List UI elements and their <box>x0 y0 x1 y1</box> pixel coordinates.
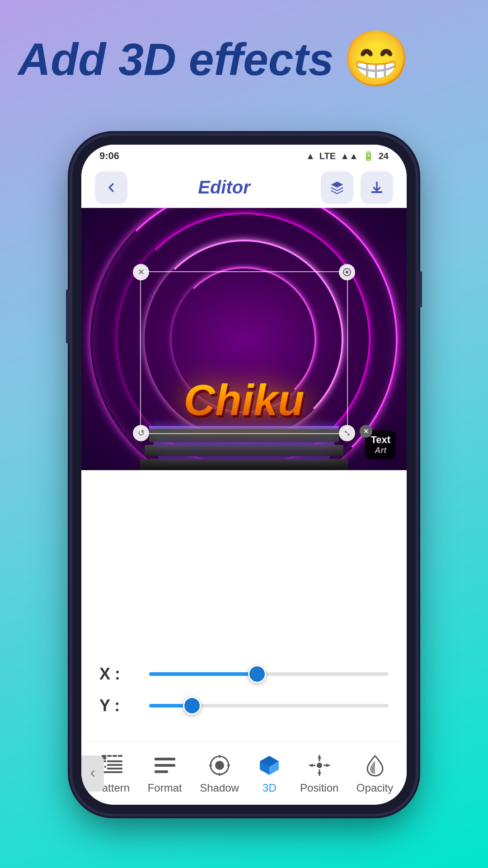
status-indicators: ▲ LTE ▲▲ 🔋 24 <box>306 151 389 161</box>
format-label: Format <box>148 782 182 794</box>
svg-rect-0 <box>371 191 382 193</box>
y-slider-label: Y : <box>99 696 136 715</box>
3d-label: 3D <box>263 782 277 794</box>
svg-rect-14 <box>155 758 175 760</box>
svg-rect-15 <box>155 764 175 767</box>
sel-corner-tr[interactable] <box>339 264 355 280</box>
y-slider-track[interactable] <box>149 704 389 708</box>
hero-emoji: 😁 <box>343 27 410 91</box>
x-slider-fill <box>149 672 257 676</box>
phone-btn-left <box>66 289 70 344</box>
toolbar-item-format[interactable]: Format <box>141 753 188 794</box>
svg-marker-33 <box>318 772 321 776</box>
svg-rect-12 <box>107 768 122 769</box>
battery-icon: 🔋 <box>363 151 374 161</box>
format-icon <box>152 753 178 778</box>
wifi-icon: ▲▲ <box>340 151 358 161</box>
neon-scene[interactable]: Chiku ✕ ↺ ⤡ ✕ Text Art <box>81 208 407 470</box>
toolbar-item-3d[interactable]: 3D <box>250 753 288 794</box>
opacity-icon <box>362 753 388 778</box>
svg-rect-4 <box>107 755 112 757</box>
app-header: Editor <box>81 167 407 208</box>
svg-marker-35 <box>326 764 330 767</box>
collapse-arrow-button[interactable] <box>81 755 104 792</box>
svg-marker-34 <box>309 764 313 767</box>
shadow-icon <box>207 753 232 778</box>
3d-icon <box>257 753 282 778</box>
toolbar-item-opacity[interactable]: Opacity <box>350 753 399 794</box>
signal-icon: ▲ <box>306 151 315 161</box>
y-slider-row: Y : <box>99 696 389 715</box>
sel-corner-br[interactable]: ⤡ <box>339 425 355 441</box>
phone-btn-right <box>418 271 422 307</box>
svg-rect-9 <box>104 766 106 768</box>
x-slider-track[interactable] <box>149 672 389 676</box>
sel-corner-tl[interactable]: ✕ <box>133 264 149 280</box>
editor-title: Editor <box>198 177 250 198</box>
back-button[interactable] <box>95 171 127 204</box>
download-button[interactable] <box>361 171 393 204</box>
battery-level: 24 <box>379 151 389 161</box>
sel-corner-bl[interactable]: ↺ <box>133 425 149 441</box>
position-label: Position <box>300 782 338 794</box>
y-slider-thumb[interactable] <box>183 697 201 715</box>
svg-point-27 <box>317 763 322 768</box>
toolbar-item-shadow[interactable]: Shadow <box>193 753 245 794</box>
bottom-toolbar: Pattern Format <box>81 741 407 805</box>
svg-rect-16 <box>155 770 168 773</box>
svg-point-2 <box>346 271 348 274</box>
layers-button[interactable] <box>321 171 353 204</box>
svg-rect-13 <box>102 771 122 773</box>
textart-text2: Art <box>371 446 390 456</box>
sliders-section: X : Y : <box>81 651 407 741</box>
svg-rect-5 <box>113 755 117 757</box>
x-slider-label: X : <box>99 665 136 684</box>
below-image-space <box>81 470 407 651</box>
textart-badge[interactable]: ✕ Text Art <box>365 430 396 459</box>
svg-rect-11 <box>107 764 122 766</box>
phone-screen: 9:06 ▲ LTE ▲▲ 🔋 24 Editor <box>81 145 407 805</box>
phone-wrapper: 9:06 ▲ LTE ▲▲ 🔋 24 Editor <box>72 136 416 814</box>
toolbar-item-position[interactable]: Position <box>294 753 345 794</box>
svg-point-18 <box>215 761 224 770</box>
textart-text1: Text <box>371 434 390 446</box>
x-slider-row: X : <box>99 665 389 684</box>
svg-rect-6 <box>118 755 122 757</box>
position-icon <box>307 753 332 778</box>
hero-section: Add 3D effects 😁 <box>18 27 470 91</box>
svg-rect-10 <box>107 760 122 762</box>
selection-box[interactable]: ✕ ↺ ⤡ <box>140 271 348 434</box>
x-slider-thumb[interactable] <box>248 665 266 683</box>
hero-title: Add 3D effects <box>18 34 333 84</box>
lte-label: LTE <box>319 151 336 161</box>
shadow-label: Shadow <box>200 782 239 794</box>
status-time: 9:06 <box>99 150 119 162</box>
canvas-area: Chiku ✕ ↺ ⤡ ✕ Text Art <box>81 208 407 651</box>
svg-marker-32 <box>318 755 321 759</box>
header-right-buttons <box>321 171 393 204</box>
opacity-label: Opacity <box>357 782 393 794</box>
status-bar: 9:06 ▲ LTE ▲▲ 🔋 24 <box>81 145 407 167</box>
image-container: Chiku ✕ ↺ ⤡ ✕ Text Art <box>81 208 407 470</box>
